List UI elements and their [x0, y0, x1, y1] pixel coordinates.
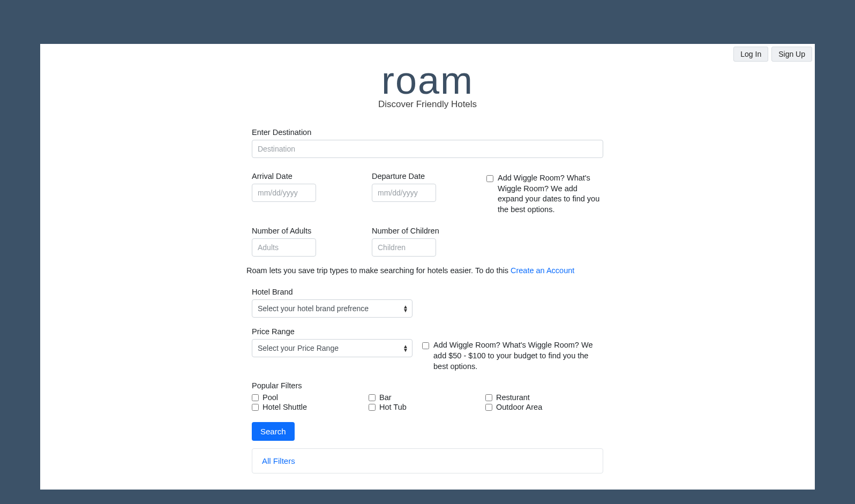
hotel-brand-label: Hotel Brand [252, 288, 603, 296]
create-account-link[interactable]: Create an Account [511, 266, 574, 275]
departure-date-input[interactable] [372, 184, 436, 202]
search-button[interactable]: Search [252, 422, 295, 441]
filter-hottub-label: Hot Tub [379, 403, 407, 411]
adults-input[interactable] [252, 238, 316, 257]
filter-outdoor-checkbox[interactable] [485, 404, 492, 411]
filter-restaurant-label: Resturant [496, 393, 530, 402]
arrival-label: Arrival Date [252, 172, 372, 180]
topbar: Log In Sign Up [733, 47, 812, 62]
search-form: Enter Destination Arrival Date Departure… [252, 128, 603, 473]
departure-label: Departure Date [372, 172, 486, 180]
destination-label: Enter Destination [252, 128, 603, 137]
filter-shuttle-label: Hotel Shuttle [262, 403, 307, 411]
children-label: Number of Children [372, 227, 486, 235]
header: roam Discover Friendly Hotels [40, 44, 815, 110]
children-input[interactable] [372, 238, 436, 257]
logo-text: roam [40, 64, 815, 97]
all-filters-link[interactable]: All Filters [262, 456, 295, 465]
filter-pool-checkbox[interactable] [252, 394, 259, 401]
filter-pool-label: Pool [262, 393, 278, 402]
signup-button[interactable]: Sign Up [771, 47, 812, 62]
filter-restaurant-checkbox[interactable] [485, 394, 492, 401]
arrival-date-input[interactable] [252, 184, 316, 202]
adults-label: Number of Adults [252, 227, 372, 235]
destination-input[interactable] [252, 140, 603, 158]
wiggle-dates-text: Add Wiggle Room? What's Wiggle Room? We … [498, 173, 603, 215]
all-filters-panel: All Filters [252, 448, 603, 473]
hotel-brand-select[interactable]: Select your hotel brand prefrence [252, 299, 412, 318]
wiggle-dates-checkbox[interactable] [486, 175, 493, 182]
app-window: Log In Sign Up roam Discover Friendly Ho… [40, 44, 815, 490]
filter-hottub-checkbox[interactable] [369, 404, 376, 411]
filter-outdoor-label: Outdoor Area [496, 403, 542, 411]
filter-bar-checkbox[interactable] [369, 394, 376, 401]
filter-shuttle-checkbox[interactable] [252, 404, 259, 411]
tagline: Discover Friendly Hotels [40, 99, 815, 110]
price-range-label: Price Range [252, 327, 603, 336]
filter-bar-label: Bar [379, 393, 392, 402]
login-button[interactable]: Log In [733, 47, 768, 62]
price-range-select[interactable]: Select your Price Range [252, 339, 412, 357]
wiggle-price-checkbox[interactable] [422, 342, 429, 349]
trip-intro-line: Roam lets you save trip types to make se… [246, 266, 603, 275]
wiggle-price-text: Add Wiggle Room? What's Wiggle Room? We … [433, 340, 603, 372]
popular-filters-label: Popular Filters [252, 381, 603, 390]
trip-intro-text: Roam lets you save trip types to make se… [246, 266, 511, 275]
